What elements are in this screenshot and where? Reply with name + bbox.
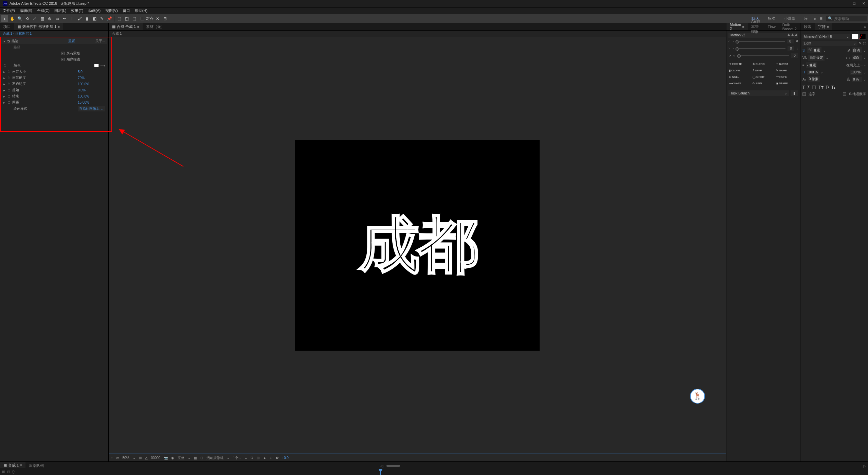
- pen-tool[interactable]: ✒: [61, 15, 68, 22]
- fill-color-swatch[interactable]: [852, 34, 858, 39]
- spacing-expand[interactable]: ▸: [3, 101, 7, 104]
- footer-icon-3[interactable]: ⊞: [139, 456, 142, 460]
- slider-handle-3[interactable]: ○: [733, 54, 735, 57]
- orbit-button[interactable]: ◯ ORBIT: [752, 74, 775, 80]
- workspace-standard[interactable]: 标准: [765, 16, 778, 21]
- eyedropper-icon[interactable]: ⟶: [100, 64, 105, 68]
- brush-size-value[interactable]: 5.0: [78, 70, 105, 74]
- allcaps-button[interactable]: TT: [812, 85, 817, 90]
- opacity-value[interactable]: 100.0%: [78, 82, 105, 86]
- orbit-tool[interactable]: ⟲: [24, 15, 31, 22]
- help-search-input[interactable]: [834, 17, 865, 21]
- eraser-tool[interactable]: ◧: [91, 15, 98, 22]
- menu-composition[interactable]: 合成(C): [37, 8, 50, 13]
- rope-button[interactable]: 〰 ROPE: [775, 74, 798, 80]
- font-size-input[interactable]: 50 像素: [807, 47, 821, 53]
- slider-1[interactable]: [736, 41, 785, 42]
- anchor-tool[interactable]: ⊕: [46, 15, 53, 22]
- local-axis-button[interactable]: ⬚: [116, 15, 123, 22]
- paint-style-dropdown[interactable]: 在原始图像上 ⌄: [78, 106, 105, 111]
- stroke-style-dropdown[interactable]: 在填充上…⌄: [846, 63, 866, 68]
- end-stopwatch[interactable]: ⏱: [7, 94, 12, 98]
- footer-icon-8[interactable]: ℧: [251, 456, 253, 460]
- footer-time[interactable]: 00000: [151, 456, 161, 460]
- workspace-overflow[interactable]: »: [814, 17, 816, 21]
- bold-button[interactable]: T: [802, 85, 805, 90]
- puppet-tool[interactable]: 📌: [106, 15, 113, 22]
- snap-option-1[interactable]: ✕: [154, 15, 161, 22]
- menu-window[interactable]: 窗口: [123, 8, 130, 13]
- tracking-input[interactable]: 400: [852, 55, 862, 60]
- slider-val-1[interactable]: 0: [787, 39, 794, 43]
- burst-button[interactable]: ✦ BURST: [775, 61, 798, 67]
- zoom-tool[interactable]: 🔍: [16, 15, 23, 22]
- menu-view[interactable]: 视图(V): [105, 8, 118, 13]
- slider-prev-1[interactable]: ‹: [728, 39, 729, 43]
- footer-icon-12[interactable]: ✿: [276, 456, 278, 460]
- stare-button[interactable]: ◉ STARE: [775, 81, 798, 86]
- menu-effect[interactable]: 效果(T): [71, 8, 83, 13]
- panel-overflow[interactable]: »: [862, 25, 868, 29]
- workspace-grid-icon[interactable]: ⊞: [819, 16, 822, 21]
- blend-button[interactable]: ≛ BLEND: [752, 61, 775, 67]
- close-button[interactable]: ✕: [862, 1, 865, 6]
- rotate-tool[interactable]: ⤢: [31, 15, 38, 22]
- footer-icon-10[interactable]: ▲: [263, 456, 266, 460]
- font-style-dropdown[interactable]: Light⌄: [802, 41, 857, 46]
- project-tab[interactable]: 项目: [0, 23, 14, 30]
- opacity-expand[interactable]: ▸: [3, 82, 7, 86]
- slider-handle-1[interactable]: ○: [731, 39, 734, 43]
- slider-prev-2[interactable]: ›: [728, 47, 729, 50]
- footer-icon-7[interactable]: ⊡: [200, 456, 203, 460]
- workspace-small[interactable]: 小屏幕: [781, 16, 798, 21]
- clone-button[interactable]: ▮ CLONE: [728, 68, 751, 73]
- end-value[interactable]: 100.0%: [78, 94, 105, 98]
- view-axis-button[interactable]: ⬚: [131, 15, 138, 22]
- footer-icon-11[interactable]: ⊕: [270, 456, 272, 460]
- opacity-stopwatch[interactable]: ⏱: [7, 82, 12, 86]
- motion2-tab[interactable]: Motion 2≡: [726, 23, 748, 30]
- menu-animation[interactable]: 动画(A): [88, 8, 101, 13]
- view-dropdown[interactable]: 1个...: [233, 456, 241, 460]
- baseline-input[interactable]: 0 像素: [808, 76, 820, 82]
- menu-edit[interactable]: 编辑(E): [20, 8, 32, 13]
- all-masks-checkbox[interactable]: [61, 52, 65, 55]
- tsume-input[interactable]: 0 %: [852, 77, 862, 82]
- toggle-switches-icon[interactable]: ⊞: [2, 470, 5, 474]
- spacing-value[interactable]: 15.00%: [78, 101, 105, 104]
- toggle-modes-icon[interactable]: ⊟: [7, 470, 10, 474]
- start-value[interactable]: 0.0%: [78, 88, 105, 92]
- task-launch-button[interactable]: ▮: [791, 90, 798, 96]
- effect-toggle[interactable]: ▾: [3, 39, 7, 43]
- flow-tab[interactable]: Flow: [764, 23, 779, 30]
- effect-reset[interactable]: 重置: [68, 39, 95, 43]
- roto-tool[interactable]: ✎: [98, 15, 105, 22]
- hand-tool[interactable]: ✋: [9, 15, 16, 22]
- footer-icon-6[interactable]: ▦: [194, 456, 197, 460]
- camera-tool[interactable]: ▦: [39, 15, 46, 22]
- composition-viewer[interactable]: 成都: [109, 37, 726, 454]
- selection-tool[interactable]: ▸: [1, 15, 8, 22]
- hindi-digits-checkbox[interactable]: [843, 92, 846, 96]
- excite-button[interactable]: ✛ EXCITE: [728, 61, 751, 67]
- slider-icon-1[interactable]: ⚲: [796, 39, 798, 43]
- menu-help[interactable]: 帮助(H): [135, 8, 147, 13]
- spin-button[interactable]: ⟳ SPIN: [752, 81, 775, 86]
- playhead[interactable]: [380, 469, 381, 475]
- slider-icon-2[interactable]: ↕: [796, 47, 798, 50]
- warp-button[interactable]: ⟿ WARP: [728, 81, 751, 86]
- snap-checkbox[interactable]: [141, 17, 144, 20]
- superscript-button[interactable]: T¹: [826, 85, 829, 90]
- brush-hardness-expand[interactable]: ▸: [3, 76, 7, 80]
- end-expand[interactable]: ▸: [3, 94, 7, 98]
- subscript-button[interactable]: T₁: [831, 85, 835, 90]
- clone-tool[interactable]: ▮: [84, 15, 90, 22]
- color-stopwatch[interactable]: ⏱: [3, 64, 8, 68]
- name-button[interactable]: ✎ NAME: [775, 68, 798, 73]
- comp-subtab[interactable]: 合成 1: [109, 31, 726, 37]
- slider-prev-3[interactable]: ↗: [728, 54, 731, 57]
- brush-size-expand[interactable]: ▸: [3, 70, 7, 74]
- color-swatch[interactable]: [94, 64, 99, 67]
- footer-icon-1[interactable]: ▫: [111, 456, 113, 460]
- footage-tab[interactable]: 素材（无）: [143, 23, 168, 30]
